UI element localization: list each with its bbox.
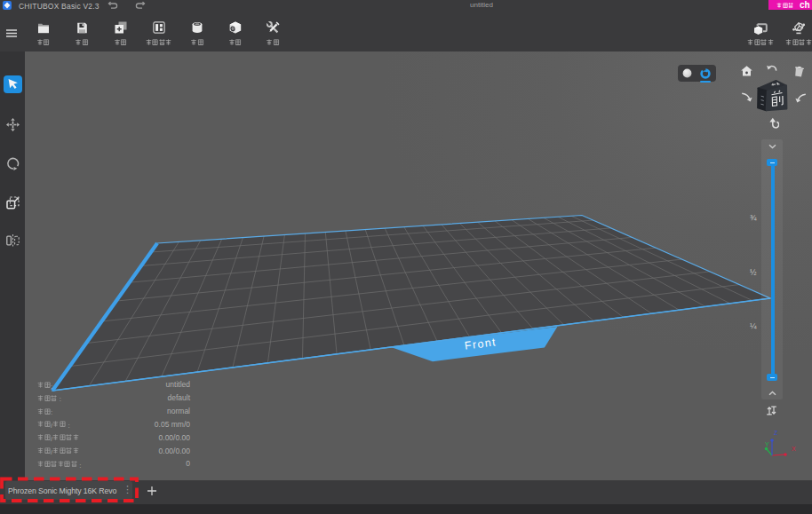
svg-text:X: X bbox=[792, 446, 796, 452]
svg-text:Z: Z bbox=[774, 430, 778, 436]
svg-text:Y: Y bbox=[765, 441, 769, 447]
